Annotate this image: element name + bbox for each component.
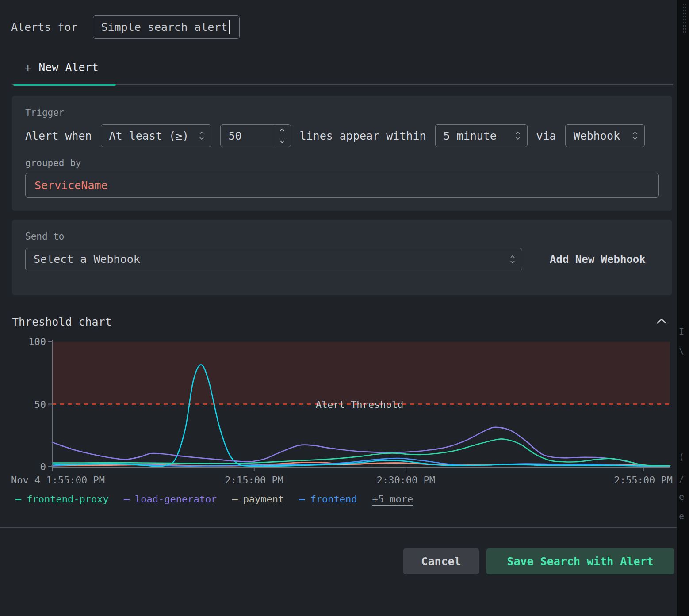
collapse-chart-button[interactable]	[654, 316, 670, 328]
legend-more-link[interactable]: +5 more	[372, 494, 413, 505]
count-stepper	[274, 125, 291, 147]
threshold-chart-header: Threshold chart	[12, 316, 673, 328]
send-to-card: Send to Select a Webhook Add New Webhook	[12, 220, 672, 295]
chevron-up-down-icon	[509, 254, 516, 265]
trigger-card: Trigger Alert when At least (≥) 50	[12, 96, 672, 211]
chevron-up-icon	[655, 319, 668, 326]
chevron-up-down-icon	[632, 130, 638, 141]
legend-swatch: —	[232, 494, 237, 505]
count-value: 50	[221, 125, 274, 147]
header: Alerts for Simple search alert	[11, 15, 677, 39]
threshold-chart-title: Threshold chart	[12, 316, 112, 328]
tab-bar: + New Alert	[12, 61, 673, 85]
x-tick-label: 2:15:00 PM	[225, 475, 283, 486]
y-tick-label: 0	[40, 461, 46, 472]
plus-icon: +	[24, 61, 31, 74]
count-input[interactable]: 50	[220, 124, 291, 147]
webhook-select[interactable]: Select a Webhook	[25, 248, 522, 270]
y-tick-label: 100	[28, 336, 46, 347]
alert-config-panel: Alerts for Simple search alert + New Ale…	[0, 15, 677, 616]
stepper-up-button[interactable]	[274, 125, 291, 136]
x-tick-label: 2:30:00 PM	[377, 475, 435, 486]
alert-when-label: Alert when	[25, 129, 92, 142]
footer-bar: Cancel Save Search with Alert	[0, 527, 677, 574]
tab-new-alert[interactable]: + New Alert	[24, 61, 99, 74]
clipped-glyph: \	[679, 346, 684, 356]
time-window-value: 5 minute	[444, 129, 497, 142]
legend-swatch: —	[124, 494, 130, 505]
legend-label: frontend-proxy	[27, 494, 108, 505]
active-tab-underline	[13, 84, 116, 86]
legend-item-frontend[interactable]: —frontend	[299, 494, 357, 505]
add-new-webhook-button[interactable]: Add New Webhook	[550, 253, 646, 266]
trigger-condition-row: Alert when At least (≥) 50 lines	[25, 124, 659, 147]
cancel-button[interactable]: Cancel	[403, 548, 479, 574]
clipped-glyph: I	[679, 326, 684, 337]
threshold-chart-svg: 050100Nov 4 1:55:00 PM2:15:00 PM2:30:00 …	[0, 333, 689, 487]
chevron-up-down-icon	[199, 130, 205, 141]
via-label: via	[536, 129, 556, 142]
time-window-select[interactable]: 5 minute	[435, 124, 528, 147]
tab-new-alert-label: New Alert	[38, 61, 98, 74]
webhook-select-value: Select a Webhook	[34, 253, 140, 266]
grouped-by-label: grouped by	[25, 158, 659, 168]
legend-label: load-generator	[135, 494, 217, 505]
save-search-with-alert-button[interactable]: Save Search with Alert	[486, 548, 674, 574]
chevron-up-down-icon	[515, 130, 521, 141]
alert-name-value: Simple search alert	[101, 21, 228, 34]
chart-legend: —frontend-proxy—load-generator—payment—f…	[15, 494, 677, 505]
legend-label: payment	[243, 494, 284, 505]
legend-label: frontend	[310, 494, 357, 505]
legend-swatch: —	[15, 494, 21, 505]
legend-swatch: —	[299, 494, 305, 505]
legend-item-load-generator[interactable]: —load-generator	[124, 494, 217, 505]
alert-threshold-label: Alert Threshold	[316, 399, 404, 410]
threshold-chart: 050100Nov 4 1:55:00 PM2:15:00 PM2:30:00 …	[0, 333, 677, 487]
grouped-by-value: ServiceName	[34, 179, 108, 192]
clipped-glyph: e	[679, 511, 684, 521]
clipped-glyph: e	[679, 491, 684, 502]
text-cursor	[229, 20, 230, 34]
condition-select-value: At least (≥)	[109, 129, 189, 142]
x-tick-label: 2:55:00 PM	[614, 475, 673, 486]
lines-appear-label: lines appear within	[300, 129, 426, 142]
trigger-section-label: Trigger	[25, 107, 659, 118]
stepper-down-button[interactable]	[274, 136, 291, 147]
send-to-label: Send to	[25, 231, 659, 242]
y-tick-label: 50	[34, 399, 46, 410]
grouped-by-input[interactable]: ServiceName	[25, 173, 659, 198]
channel-select[interactable]: Webhook	[565, 124, 645, 147]
alert-name-input[interactable]: Simple search alert	[93, 15, 240, 39]
condition-select[interactable]: At least (≥)	[101, 124, 211, 147]
background-dots-texture	[682, 3, 688, 33]
channel-select-value: Webhook	[574, 129, 620, 142]
x-tick-label: Nov 4 1:55:00 PM	[11, 475, 105, 486]
background-page-edge: I\(/ee	[677, 0, 689, 616]
alerts-for-label: Alerts for	[11, 21, 78, 34]
send-to-row: Select a Webhook Add New Webhook	[25, 248, 659, 270]
series-line-load-generator	[52, 427, 670, 466]
legend-item-payment[interactable]: —payment	[232, 494, 284, 505]
alert-threshold-region	[52, 342, 670, 404]
clipped-glyph: /	[679, 474, 684, 484]
legend-item-frontend-proxy[interactable]: —frontend-proxy	[15, 494, 109, 505]
clipped-glyph: (	[679, 452, 684, 462]
